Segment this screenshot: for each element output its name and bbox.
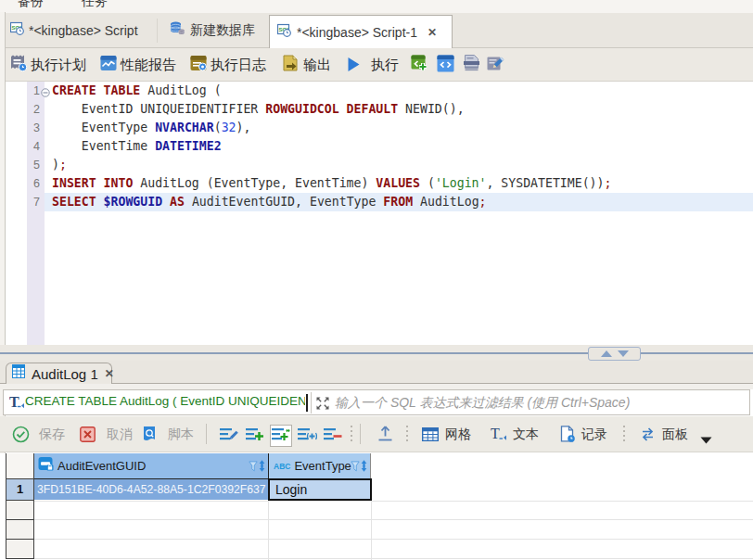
grid-view-icon[interactable] — [422, 427, 439, 445]
sql-script-icon: SQL — [10, 21, 24, 39]
delete-row-icon[interactable] — [324, 427, 342, 446]
svg-text:T: T — [491, 426, 500, 441]
menu-item-tasks[interactable]: 任务 — [82, 0, 108, 10]
sort-arrows-icon[interactable] — [360, 458, 368, 474]
splitter-collapse-control[interactable] — [588, 347, 641, 361]
code-line[interactable]: EventType NVARCHAR(32), — [45, 119, 753, 137]
sql-editor[interactable]: 1234567 CREATE TABLE AuditLog ( EventID … — [6, 82, 753, 345]
grid-row-line — [34, 539, 753, 540]
sql-script-icon: SQL — [277, 23, 291, 41]
results-tab-auditlog[interactable]: AuditLog 1 ✕ — [6, 363, 112, 384]
cancel-button[interactable]: 取消 — [107, 426, 133, 443]
tab-new-database[interactable]: 新建数据库 — [158, 13, 269, 47]
tab-close-icon[interactable]: ✕ — [428, 26, 437, 39]
svg-text:T: T — [9, 394, 19, 410]
duplicate-row-icon[interactable] — [270, 425, 292, 447]
results-filter-bar[interactable]: T CREATE TABLE AuditLog ( EventID UNIQUE… — [3, 389, 750, 415]
collapse-up-icon[interactable] — [601, 350, 612, 357]
performance-report-icon[interactable] — [100, 55, 117, 75]
results-grid[interactable]: AuditEventGUID ABC EventType 1 3FD151BE-… — [0, 453, 753, 560]
filter-funnel-icon[interactable] — [351, 458, 360, 474]
menu-item-backup[interactable]: 备份 — [18, 0, 44, 10]
collapse-down-icon[interactable] — [618, 350, 629, 357]
execution-log-button[interactable]: 执行日志 — [211, 57, 266, 74]
edit-sql-icon[interactable] — [487, 55, 504, 76]
results-toolbar: 保存 取消 脚本 网格 T 文本 记录 面板 — [0, 416, 753, 452]
row-header-empty[interactable] — [6, 501, 34, 520]
output-icon[interactable] — [282, 55, 299, 75]
text-cursor — [306, 394, 308, 412]
execution-log-icon[interactable] — [190, 55, 207, 75]
sql-toolbar-items: 执行计划 性能报告 执行日志 输出 执行 — [0, 48, 753, 82]
filter-funnel-icon[interactable] — [249, 458, 258, 474]
line-number: 3 — [27, 119, 45, 137]
editor-tab-bar: SQL *<kingbase> Script 新建数据库 SQL *<kingb… — [6, 13, 753, 48]
server-output-icon[interactable] — [463, 55, 480, 76]
column-filter-sort-icons[interactable] — [351, 458, 368, 474]
code-area[interactable]: CREATE TABLE AuditLog ( EventID UNIQUEID… — [45, 82, 753, 211]
fetch-upload-icon[interactable] — [376, 426, 394, 446]
insert-row-icon[interactable] — [298, 427, 317, 446]
record-view-icon[interactable] — [559, 426, 576, 447]
code-line[interactable]: CREATE TABLE AuditLog ( — [45, 82, 753, 100]
edit-row-icon[interactable] — [220, 427, 238, 446]
tab-label: 新建数据库 — [190, 22, 255, 39]
text-view-button[interactable]: 文本 — [513, 426, 539, 443]
column-filter-sort-icons[interactable] — [249, 458, 266, 474]
execution-plan-button[interactable]: 执行计划 — [31, 57, 86, 74]
tab-kingbase-script[interactable]: SQL *<kingbase> Script — [6, 13, 157, 47]
row-header-1[interactable]: 1 — [6, 479, 34, 501]
line-number: 7 — [27, 193, 45, 211]
add-row-icon[interactable] — [246, 427, 264, 446]
column-name: EventType — [294, 459, 351, 473]
expand-query-icon[interactable] — [315, 396, 330, 414]
filter-separator — [311, 392, 312, 414]
script-button[interactable]: 脚本 — [168, 426, 194, 443]
query-text: CREATE TABLE AuditLog ( EventID UNIQUEID… — [25, 394, 305, 412]
text-view-icon[interactable]: T — [490, 426, 507, 447]
grid-row-line — [34, 501, 753, 502]
line-number: 4 — [27, 137, 45, 156]
output-button[interactable]: 输出 — [303, 57, 331, 74]
execution-plan-icon[interactable] — [10, 55, 28, 76]
database-icon — [170, 21, 185, 39]
filter-input[interactable]: 输入一个 SQL 表达式来过滤结果 (使用 Ctrl+Space) — [335, 395, 630, 412]
record-view-button[interactable]: 记录 — [581, 426, 607, 443]
code-line[interactable]: SELECT $ROWGUID AS AuditEventGUID, Event… — [45, 193, 753, 211]
sort-arrows-icon[interactable] — [258, 458, 266, 474]
code-line[interactable]: ); — [45, 156, 753, 174]
grid-row-line — [34, 519, 753, 520]
toolbar-drag-handle — [406, 426, 408, 442]
tab-kingbase-script-1-active[interactable]: SQL *<kingbase> Script-1 ✕ — [269, 15, 453, 48]
cell-auditeventguid[interactable]: 3FD151BE-40D6-4A52-88A5-1C2F0392F637 — [34, 479, 269, 500]
row-header-empty[interactable] — [6, 540, 34, 559]
performance-report-button[interactable]: 性能报告 — [121, 57, 176, 74]
results-tab-close-icon[interactable]: ✕ — [105, 367, 114, 380]
script-icon[interactable] — [141, 426, 158, 447]
panel-button[interactable]: 面板 — [662, 426, 688, 443]
toolbar-drag-handle — [623, 426, 625, 442]
apply-changes-icon[interactable] — [12, 426, 30, 447]
toolbar-separator — [206, 424, 207, 444]
execute-icon[interactable] — [347, 57, 361, 76]
grid-view-button[interactable]: 网格 — [445, 426, 471, 443]
panel-dropdown-caret-icon[interactable] — [700, 431, 712, 448]
panel-switch-icon[interactable] — [639, 426, 657, 446]
code-line[interactable]: EventTime DATETIME2 — [45, 137, 753, 156]
column-header-auditeventguid[interactable]: AuditEventGUID — [34, 453, 269, 479]
grid-row-line — [34, 558, 753, 559]
results-tab-label: AuditLog 1 — [32, 366, 98, 382]
grid-corner-cell[interactable] — [6, 453, 34, 479]
new-sql-editor-icon[interactable] — [411, 55, 428, 76]
sql-console-icon[interactable] — [437, 55, 454, 76]
save-button[interactable]: 保存 — [39, 426, 65, 443]
cancel-icon[interactable] — [80, 426, 96, 446]
execute-button[interactable]: 执行 — [371, 57, 399, 74]
cell-eventtype-focused[interactable]: Login — [268, 478, 372, 501]
column-header-eventtype[interactable]: ABC EventType — [269, 453, 371, 479]
code-line[interactable]: EventID UNIQUEIDENTIFIER ROWGUIDCOL DEFA… — [45, 100, 753, 119]
fold-collapse-icon[interactable] — [41, 84, 50, 101]
tab-label: *<kingbase> Script — [29, 23, 138, 38]
code-line[interactable]: INSERT INTO AuditLog (EventType, EventTi… — [45, 174, 753, 193]
row-header-empty[interactable] — [6, 520, 34, 540]
